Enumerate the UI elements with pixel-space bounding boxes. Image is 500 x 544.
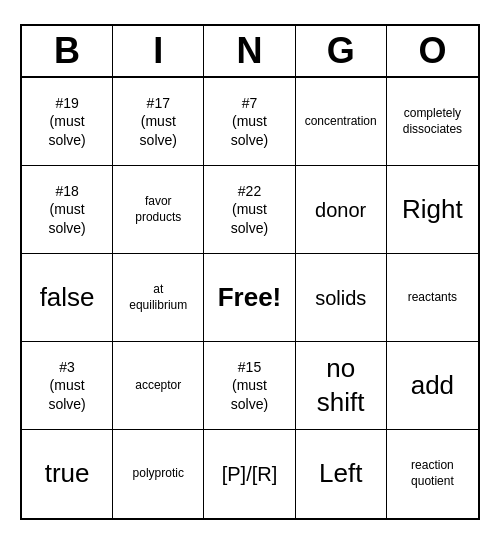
bingo-cell-5: #18(mustsolve): [22, 166, 113, 254]
bingo-cell-12: Free!: [204, 254, 295, 342]
bingo-cell-18: noshift: [296, 342, 387, 430]
bingo-cell-13: solids: [296, 254, 387, 342]
bingo-cell-0: #19(mustsolve): [22, 78, 113, 166]
bingo-cell-24: reactionquotient: [387, 430, 478, 518]
bingo-cell-1: #17(mustsolve): [113, 78, 204, 166]
bingo-header: BINGO: [22, 26, 478, 78]
bingo-cell-7: #22(mustsolve): [204, 166, 295, 254]
bingo-cell-15: #3(mustsolve): [22, 342, 113, 430]
header-letter-I: I: [113, 26, 204, 76]
bingo-cell-8: donor: [296, 166, 387, 254]
bingo-cell-4: completelydissociates: [387, 78, 478, 166]
bingo-cell-17: #15(mustsolve): [204, 342, 295, 430]
header-letter-B: B: [22, 26, 113, 76]
bingo-cell-23: Left: [296, 430, 387, 518]
bingo-card: BINGO #19(mustsolve)#17(mustsolve)#7(mus…: [20, 24, 480, 520]
bingo-cell-10: false: [22, 254, 113, 342]
header-letter-G: G: [296, 26, 387, 76]
bingo-cell-21: polyprotic: [113, 430, 204, 518]
header-letter-O: O: [387, 26, 478, 76]
bingo-cell-6: favorproducts: [113, 166, 204, 254]
header-letter-N: N: [204, 26, 295, 76]
bingo-cell-19: add: [387, 342, 478, 430]
bingo-cell-20: true: [22, 430, 113, 518]
bingo-cell-11: atequilibrium: [113, 254, 204, 342]
bingo-cell-2: #7(mustsolve): [204, 78, 295, 166]
bingo-cell-16: acceptor: [113, 342, 204, 430]
bingo-cell-9: Right: [387, 166, 478, 254]
bingo-cell-22: [P]/[R]: [204, 430, 295, 518]
bingo-grid: #19(mustsolve)#17(mustsolve)#7(mustsolve…: [22, 78, 478, 518]
bingo-cell-14: reactants: [387, 254, 478, 342]
bingo-cell-3: concentration: [296, 78, 387, 166]
